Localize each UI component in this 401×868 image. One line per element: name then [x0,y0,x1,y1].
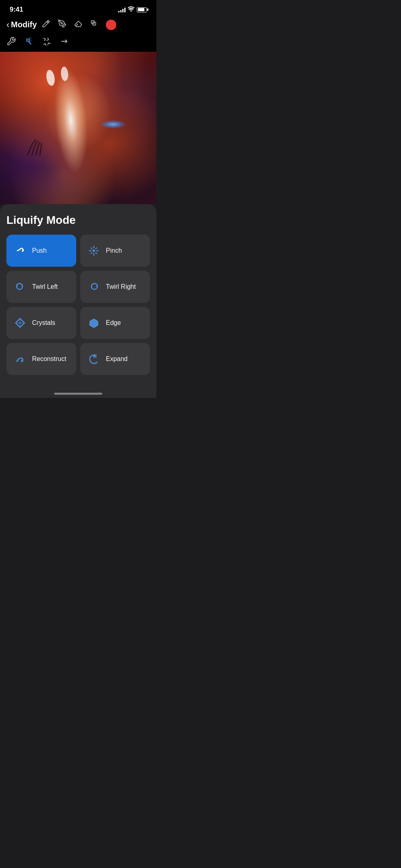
mode-label-expand: Expand [106,355,128,363]
status-bar: 9:41 [0,0,156,16]
pencil-icon[interactable] [42,19,51,30]
mode-label-pinch: Pinch [106,247,122,254]
back-chevron-icon: ‹ [6,20,9,29]
status-icons [118,6,147,13]
canvas-painting [0,52,156,204]
nav-title: Modify [11,20,36,29]
mode-item-edge[interactable]: Edge [80,307,150,339]
mode-item-crystals[interactable]: Crystals [6,307,76,339]
eraser-icon[interactable] [74,19,83,30]
section-title: Liquify Mode [6,214,150,227]
mode-label-twirl-left: Twirl Left [32,283,58,290]
mode-item-pinch[interactable]: Pinch [80,235,150,267]
twirl-right-icon [87,281,100,292]
secondary-toolbar [0,33,156,52]
pen-icon[interactable] [58,19,67,30]
mode-item-twirl-left[interactable]: Twirl Left [6,271,76,303]
svg-point-7 [93,249,95,252]
mode-label-twirl-right: Twirl Right [106,283,136,290]
crystals-icon [14,317,26,329]
mode-grid: Push Pinch Twirl Left [6,235,150,375]
nav-tools [42,19,116,30]
signal-icon [118,7,126,12]
svg-point-0 [61,22,63,24]
home-indicator [0,388,156,398]
magic-icon[interactable] [24,37,34,49]
mode-label-crystals: Crystals [32,319,55,327]
mode-item-twirl-right[interactable]: Twirl Right [80,271,150,303]
svg-point-5 [61,67,69,81]
distort-icon[interactable] [42,37,51,49]
svg-point-8 [19,322,21,324]
record-button[interactable] [106,20,116,30]
battery-icon [137,7,147,12]
arrow-icon[interactable] [59,37,69,49]
mode-label-reconstruct: Reconstruct [32,355,66,363]
nav-bar: ‹ Modify [0,16,156,33]
status-time: 9:41 [10,6,23,14]
twirl-left-icon [14,281,26,292]
wifi-icon [128,6,134,13]
mode-item-reconstruct[interactable]: Reconstruct [6,343,76,375]
svg-point-10 [17,360,19,362]
back-button[interactable]: ‹ Modify [6,20,37,29]
push-icon [14,245,26,256]
mode-item-expand[interactable]: Expand [80,343,150,375]
mode-label-push: Push [32,247,47,254]
svg-point-4 [45,69,56,87]
edge-icon [87,317,100,329]
reconstruct-icon [14,353,26,365]
wrench-icon[interactable] [6,37,16,49]
mode-label-edge: Edge [106,319,121,327]
bottom-sheet: Liquify Mode Push Pinch [0,204,156,388]
mode-item-push[interactable]: Push [6,235,76,267]
expand-icon [87,353,100,365]
pinch-icon [87,245,100,256]
canvas-area[interactable] [0,52,156,204]
layers-icon[interactable] [90,19,99,30]
home-bar [54,393,102,395]
